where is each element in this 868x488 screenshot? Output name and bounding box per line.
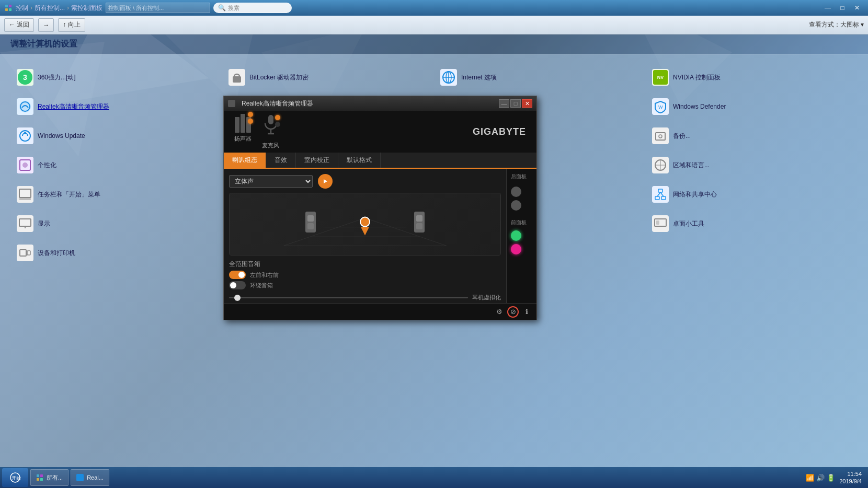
item-icon-desktop [652,215,669,232]
toggle-front[interactable] [229,271,246,279]
tray-icon-battery[interactable]: 🔋 [827,473,835,482]
audio-close-btn[interactable]: ✕ [522,99,532,108]
sound-mode-select[interactable]: 立体声 [229,175,313,188]
cp-item-update[interactable]: Windows Update [10,123,222,148]
speaker-map [229,193,501,255]
mic-visual [262,114,279,140]
toolbar: ← 返回 → ↑ 向上 查看方式：大图标 ▾ [0,16,868,34]
mic-device: 麦克风 [262,114,279,149]
item-label-realtek: Realtek高清晰音频管理器 [38,102,109,111]
item-icon-display [17,215,33,232]
maximize-button[interactable]: □ [836,3,849,13]
view-options[interactable]: 查看方式：大图标 ▾ [809,20,864,29]
cp-item-desktop[interactable]: 卓面小工具 [646,211,858,236]
gigabyte-logo: GIGABYTE [473,126,526,137]
svg-rect-8 [9,8,12,11]
audio-title-text: Realtek高清晰音频管理器 [242,99,495,108]
taskbar-realtek-icon [76,474,84,481]
svg-rect-5 [5,5,8,7]
tray-icons: 📶 🔊 🔋 [806,473,835,482]
tray-icon-volume[interactable]: 🔊 [816,473,825,482]
cp-item-backup[interactable]: 备份... [646,123,858,148]
cp-item-internet[interactable]: Internet 选项 [434,65,646,90]
svg-rect-77 [40,478,43,481]
tab-sound-effects[interactable]: 音效 [266,153,296,168]
titlebar-buttons: — □ ✕ [821,3,864,13]
toggle-knob-surround [230,282,236,288]
audio-minimize-btn[interactable]: — [499,99,509,108]
breadcrumb: 控制 › 所有控制... › 索控制面板 [16,4,102,13]
svg-line-66 [365,218,447,246]
svg-rect-43 [19,198,31,200]
prohibit-icon[interactable]: ⊘ [507,306,519,318]
taskbar-items: 所有... Real... [30,469,806,486]
cp-item-devices[interactable]: 设备和打印机 [10,240,222,265]
speaker-bar-1 [235,117,239,133]
start-button[interactable]: 开始 [2,468,28,487]
taskbar-item-realtek-label: Real... [87,474,104,481]
audio-maximize-btn[interactable]: □ [510,99,521,108]
full-range-title: 全范围音箱 [229,260,501,269]
search-bar[interactable]: 🔍 搜索 [213,3,292,13]
audio-app-icon [228,100,235,107]
back-port-2[interactable] [511,200,521,211]
item-label-region: 区域和语言... [673,161,710,170]
hv-slider[interactable] [229,297,468,298]
tab-room-correction[interactable]: 室内校正 [296,153,338,168]
cp-item-network[interactable]: 网络和共享中心 [646,182,858,207]
tab-default-format[interactable]: 默认格式 [338,153,381,168]
svg-rect-45 [658,189,663,192]
cp-item-display[interactable]: 显示 [10,211,222,236]
item-label-network: 网络和共享中心 [673,190,717,199]
taskbar-item-cp-label: 所有... [47,474,63,482]
taskbar-tray: 📶 🔊 🔋 11:54 2019/9/4 [806,470,866,485]
taskbar-item-cp[interactable]: 所有... [30,469,68,486]
cp-item-realtek[interactable]: Realtek高清晰音频管理器 [10,94,222,119]
listener-pin [361,227,369,236]
close-button[interactable]: ✕ [850,3,864,13]
toggle-label-surround: 环绕音箱 [250,282,273,289]
cp-item-defender[interactable]: W Windows Defender [646,94,858,119]
left-speaker [305,212,316,233]
front-port-green[interactable] [511,230,521,241]
listener-marker[interactable] [360,217,370,236]
item-label-personal: 个性化 [38,161,56,170]
svg-rect-74 [37,474,39,477]
item-label-nvidia: NVIDIA 控制面板 [673,73,721,82]
mic-label: 麦克风 [262,142,279,149]
front-port-pink[interactable] [511,244,521,254]
item-icon-360: 3 [17,69,33,86]
cp-item-region[interactable]: 区域和语言... [646,153,858,178]
cp-item-bitlocker[interactable]: BitLocker 驱动器加密 [222,65,434,90]
cp-item-nvidia[interactable]: NV NVIDIA 控制面板 [646,65,858,90]
up-button[interactable]: ↑ 向上 [58,18,85,32]
forward-button[interactable]: → [38,18,54,32]
minimize-button[interactable]: — [821,3,835,13]
window-titlebar: 控制 › 所有控制... › 索控制面板 控制面板 \ 所有控制... 🔍 搜索… [0,0,868,16]
listener-head [360,217,370,227]
svg-text:开始: 开始 [12,475,21,481]
tab-speaker-config[interactable]: 喇叭组态 [224,153,266,168]
item-label-taskbar: 任务栏和「开始」菜单 [38,190,100,199]
back-port-1[interactable] [511,187,521,197]
cp-item-360[interactable]: 3 360强力...[动] [10,65,222,90]
tray-icon-network[interactable]: 📶 [806,473,814,482]
address-bar[interactable]: 控制面板 \ 所有控制... [106,3,210,13]
taskbar: 开始 所有... Real... 📶 🔊 🔋 11:54 2019/9/4 [0,467,868,488]
system-clock[interactable]: 11:54 2019/9/4 [839,470,862,485]
back-button[interactable]: ← 返回 [4,18,34,32]
full-range-section: 全范围音箱 左前和右前 环绕音箱 [229,260,501,289]
settings-icon[interactable]: ⚙ [494,306,505,318]
back-panel-label: 后面板 [511,173,532,180]
item-icon-taskbar [17,186,33,203]
cp-item-personal[interactable]: 个性化 [10,153,222,178]
audio-header: 扬声器 麦克风 GIGABY [224,111,536,153]
speaker-visual [235,114,251,133]
clock-date: 2019/9/4 [839,478,862,485]
info-icon[interactable]: ℹ [521,306,532,318]
toggle-surround[interactable] [229,281,246,289]
item-icon-devices [17,245,33,261]
taskbar-item-realtek[interactable]: Real... [71,469,109,486]
cp-item-taskbar[interactable]: 任务栏和「开始」菜单 [10,182,222,207]
play-button[interactable] [318,174,333,189]
